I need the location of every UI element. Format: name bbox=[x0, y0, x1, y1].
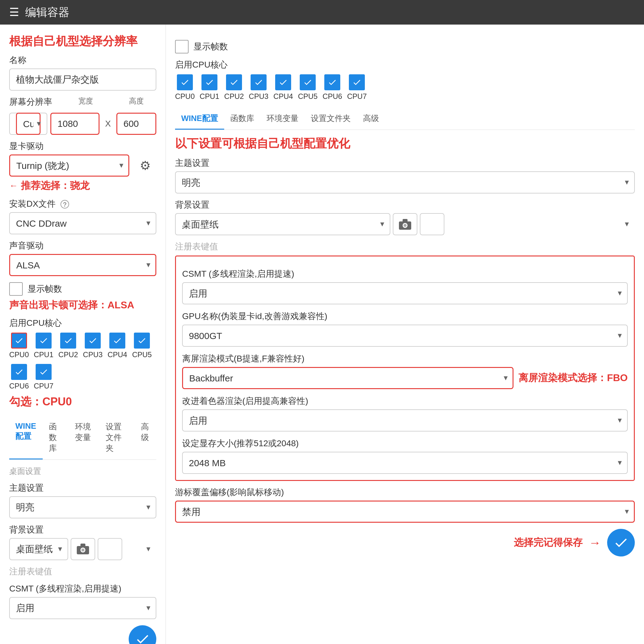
right-cpu7-label: CPU7 bbox=[347, 92, 367, 101]
cpu0-checkbox[interactable] bbox=[11, 333, 27, 349]
resolution-row: Custom ▼ X bbox=[9, 113, 156, 135]
right-save-button[interactable] bbox=[607, 529, 635, 556]
right-offscreen-label: 离屏渲染模式(B提速,F兼容性好) bbox=[182, 353, 628, 365]
right-tab-env[interactable]: 环境变量 bbox=[260, 108, 305, 130]
right-vram-label: 设定显存大小(推荐512或2048) bbox=[182, 438, 628, 449]
dx-label: 安装DX文件 ? bbox=[9, 198, 156, 210]
bg-select-left[interactable]: 桌面壁纸 bbox=[9, 538, 68, 560]
csmt-label-left: CSMT (多线程渲染,启用提速) bbox=[9, 583, 156, 595]
right-offscreen-select[interactable]: Backbuffer bbox=[182, 367, 513, 389]
cpu3-checkbox[interactable] bbox=[85, 333, 101, 349]
cpu3-label: CPU3 bbox=[83, 350, 103, 359]
gpu-select[interactable]: Turnip (骁龙) bbox=[9, 154, 129, 177]
right-cpu3-checkbox[interactable] bbox=[251, 74, 267, 90]
cpu2-label: CPU2 bbox=[58, 350, 78, 359]
right-cursor-select[interactable]: 禁用 bbox=[175, 501, 635, 523]
csmt-select-left[interactable]: 启用 bbox=[9, 597, 156, 619]
right-annotation: 以下设置可根据自己机型配置优化 bbox=[175, 136, 635, 151]
width-col-label: 宽度 bbox=[55, 96, 116, 110]
right-cpu1-label: CPU1 bbox=[200, 92, 219, 101]
right-color-select[interactable]: 启用 bbox=[182, 409, 628, 431]
cpu7-checkbox[interactable] bbox=[36, 364, 52, 380]
right-bg-select[interactable]: 桌面壁纸 bbox=[175, 213, 390, 235]
right-show-fps-checkbox[interactable] bbox=[175, 40, 189, 53]
resolution-select[interactable]: Custom bbox=[16, 113, 41, 135]
right-camera-button[interactable] bbox=[393, 213, 417, 235]
cpu-item-6: CPU6 bbox=[9, 364, 29, 390]
cpu6-checkbox[interactable] bbox=[11, 364, 27, 380]
dx-help-icon[interactable]: ? bbox=[60, 200, 69, 209]
right-vram-select[interactable]: 2048 MB bbox=[182, 452, 628, 474]
right-csmt-select[interactable]: 启用 bbox=[182, 282, 628, 304]
cpu5-checkbox[interactable] bbox=[134, 333, 150, 349]
right-cpu-item-5: CPU5 bbox=[298, 74, 318, 101]
registry-label-left: 注册表键值 bbox=[9, 566, 156, 577]
right-cpu-item-7: CPU7 bbox=[347, 74, 367, 101]
dx-select[interactable]: CNC DDraw bbox=[9, 212, 156, 234]
sound-select[interactable]: ALSA bbox=[9, 254, 156, 276]
right-cpu6-label: CPU6 bbox=[322, 92, 342, 101]
cpu1-checkbox[interactable] bbox=[36, 333, 52, 349]
right-color-label: 改进着色器渲染(启用提高兼容性) bbox=[182, 395, 628, 407]
sound-label: 声音驱动 bbox=[9, 240, 156, 252]
right-csmt-label: CSMT (多线程渲染,启用提速) bbox=[182, 268, 628, 280]
right-tabs-row: WINE配置 函数库 环境变量 设置文件夹 高级 bbox=[175, 108, 635, 130]
right-show-fps-row: 显示帧数 bbox=[175, 40, 635, 53]
tab-library[interactable]: 函数库 bbox=[43, 416, 69, 459]
tab-wine[interactable]: WINE配置 bbox=[9, 416, 43, 459]
menu-icon[interactable]: ☰ bbox=[9, 6, 19, 19]
name-label: 名称 bbox=[9, 54, 156, 66]
right-cpu2-checkbox[interactable] bbox=[226, 74, 242, 90]
right-cpu6-checkbox[interactable] bbox=[324, 74, 340, 90]
gpu-gear-button[interactable]: ⚙ bbox=[134, 154, 156, 177]
right-tab-folder[interactable]: 设置文件夹 bbox=[305, 108, 357, 130]
cpu0-label: CPU0 bbox=[9, 350, 29, 359]
right-tab-library[interactable]: 函数库 bbox=[224, 108, 260, 130]
cpu7-label: CPU7 bbox=[34, 382, 53, 390]
show-fps-checkbox[interactable] bbox=[9, 282, 23, 296]
bg-arrow-select-left[interactable] bbox=[98, 538, 122, 560]
theme-select-left[interactable]: 明亮 bbox=[9, 496, 156, 518]
cpu-item-1: CPU1 bbox=[34, 333, 53, 359]
cpu2-checkbox[interactable] bbox=[60, 333, 76, 349]
svg-point-6 bbox=[404, 224, 407, 227]
right-gpu-name-select[interactable]: 9800GT bbox=[182, 325, 628, 347]
right-cpu-item-3: CPU3 bbox=[249, 74, 268, 101]
cpu-item-7: CPU7 bbox=[34, 364, 53, 390]
cpu-label: 启用CPU核心 bbox=[9, 317, 156, 329]
resolution-label: 屏幕分辨率 bbox=[9, 96, 55, 108]
tab-advanced[interactable]: 高级 bbox=[135, 416, 156, 459]
right-cpu-item-1: CPU1 bbox=[200, 74, 219, 101]
right-theme-select[interactable]: 明亮 bbox=[175, 171, 635, 193]
right-cpu5-checkbox[interactable] bbox=[300, 74, 316, 90]
tab-folder[interactable]: 设置文件夹 bbox=[100, 416, 135, 459]
right-tab-advanced[interactable]: 高级 bbox=[357, 108, 385, 130]
tabs-row: WINE配置 函数库 环境变量 设置文件夹 高级 bbox=[9, 416, 156, 460]
right-cpu1-checkbox[interactable] bbox=[201, 74, 217, 90]
right-cpu4-checkbox[interactable] bbox=[275, 74, 291, 90]
name-input[interactable] bbox=[9, 68, 156, 91]
bg-label-left: 背景设置 bbox=[9, 524, 156, 536]
tab-env[interactable]: 环境变量 bbox=[69, 416, 100, 459]
right-cpu-item-4: CPU4 bbox=[273, 74, 293, 101]
right-tab-wine[interactable]: WINE配置 bbox=[175, 108, 224, 130]
right-cpu7-checkbox[interactable] bbox=[349, 74, 365, 90]
cpu4-checkbox[interactable] bbox=[109, 333, 125, 349]
svg-point-2 bbox=[81, 548, 84, 552]
right-cpu0-checkbox[interactable] bbox=[177, 74, 193, 90]
right-cpu-item-6: CPU6 bbox=[322, 74, 342, 101]
right-bg-row: 桌面壁纸 ▼ ▼ bbox=[175, 213, 635, 235]
right-settings-red-box: CSMT (多线程渲染,启用提速) 启用 ▼ GPU名称(伪装显卡id,改善游戏… bbox=[175, 256, 635, 481]
resolution-height-input[interactable] bbox=[116, 113, 156, 135]
resolution-width-input[interactable] bbox=[50, 113, 100, 135]
gpu-arrow: ← bbox=[9, 181, 18, 191]
right-bg-arrow-select[interactable] bbox=[420, 213, 444, 235]
camera-button-left[interactable] bbox=[71, 538, 95, 560]
right-cursor-annotation: 选择完记得保存 bbox=[514, 536, 583, 549]
save-button-left[interactable] bbox=[129, 625, 156, 644]
left-panel: 根据自己机型选择分辨率 名称 屏幕分辨率 宽度 高度 Custom ▼ bbox=[0, 25, 166, 644]
right-bg-arrow-select-arrow: ▼ bbox=[623, 220, 630, 228]
right-cpu-grid: CPU0 CPU1 CPU2 CPU3 bbox=[175, 74, 635, 101]
show-fps-label: 显示帧数 bbox=[28, 283, 62, 295]
cpu-grid: CPU0 CPU1 CPU2 CPU3 bbox=[9, 333, 156, 390]
